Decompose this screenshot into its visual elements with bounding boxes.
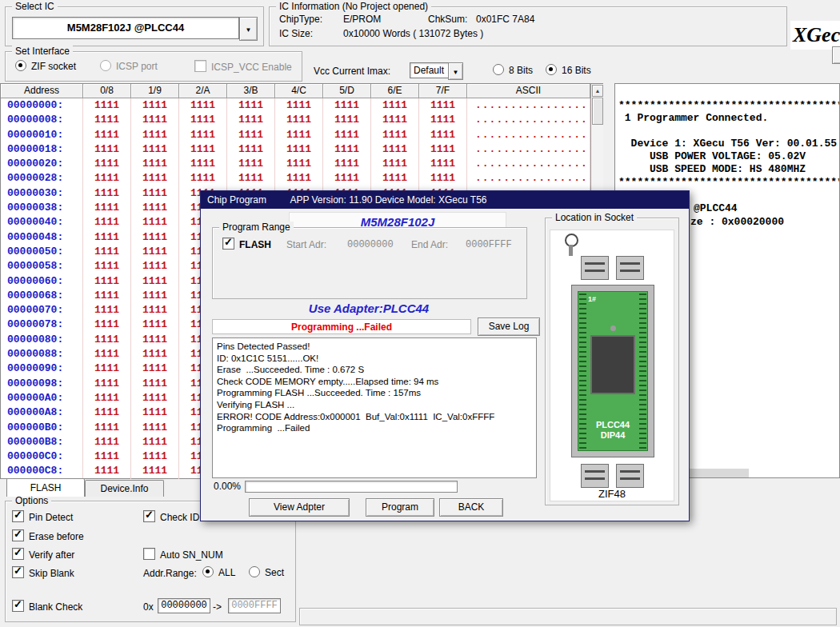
hex-cell[interactable]: 1111 bbox=[419, 98, 467, 113]
hex-cell[interactable]: 1111 bbox=[131, 317, 179, 332]
view-adapter-button[interactable]: View Adpter bbox=[249, 498, 350, 517]
hex-cell[interactable]: 1111 bbox=[131, 230, 179, 245]
range-from-input[interactable]: 00000000 bbox=[158, 598, 210, 613]
radio-addr-all[interactable]: ALL bbox=[202, 566, 235, 578]
hex-cell[interactable]: 1111 bbox=[131, 274, 179, 289]
hex-cell[interactable]: 1111 bbox=[83, 317, 131, 332]
tab-flash[interactable]: FLASH bbox=[6, 478, 85, 497]
hex-cell[interactable]: 1111 bbox=[371, 98, 419, 113]
radio-8-bits[interactable]: 8 Bits bbox=[493, 64, 533, 76]
hex-cell[interactable]: 1111 bbox=[83, 128, 131, 142]
hex-cell[interactable]: 1111 bbox=[83, 259, 131, 274]
hex-cell[interactable]: 1111 bbox=[323, 128, 371, 142]
scroll-up-icon[interactable]: ▲ bbox=[592, 85, 603, 97]
hex-cell[interactable]: 1111 bbox=[371, 113, 419, 127]
hex-cell[interactable]: 1111 bbox=[131, 128, 179, 142]
hex-cell[interactable]: 1111 bbox=[131, 215, 179, 230]
hex-cell[interactable]: 1111 bbox=[227, 98, 275, 113]
hex-cell[interactable]: 1111 bbox=[371, 128, 419, 142]
tab-device-info[interactable]: Device.Info bbox=[85, 480, 164, 497]
hex-cell[interactable]: 1111 bbox=[275, 142, 323, 157]
hex-cell[interactable]: 1111 bbox=[83, 245, 131, 259]
checkbox-check-id[interactable]: Check ID bbox=[143, 510, 199, 523]
hex-cell[interactable]: 1111 bbox=[83, 435, 131, 449]
hex-cell[interactable]: 1111 bbox=[83, 230, 131, 245]
hex-cell[interactable]: 1111 bbox=[131, 142, 179, 157]
hex-cell[interactable]: 1111 bbox=[83, 303, 131, 317]
hex-cell[interactable]: 1111 bbox=[275, 157, 323, 171]
hex-cell[interactable]: 1111 bbox=[323, 171, 371, 186]
hex-cell[interactable]: 1111 bbox=[419, 113, 467, 127]
hex-cell[interactable]: 1111 bbox=[83, 215, 131, 230]
ic-select-combo[interactable]: M5M28F102J @PLCC44 bbox=[12, 17, 239, 39]
hex-cell[interactable]: 1111 bbox=[131, 361, 179, 376]
checkbox-auto-sn-num[interactable]: Auto SN_NUM bbox=[143, 548, 223, 561]
hex-cell[interactable]: 1111 bbox=[131, 201, 179, 215]
hex-cell[interactable]: 1111 bbox=[83, 186, 131, 201]
hex-cell[interactable]: 1111 bbox=[83, 289, 131, 303]
hex-ascii[interactable]: ................ bbox=[467, 113, 590, 127]
vcc-imax-dropdown-button[interactable]: ▼ bbox=[448, 62, 463, 80]
hex-cell[interactable]: 1111 bbox=[83, 421, 131, 435]
hex-cell[interactable]: 1111 bbox=[227, 142, 275, 157]
hex-ascii[interactable]: ................ bbox=[467, 98, 590, 113]
hex-cell[interactable]: 1111 bbox=[131, 347, 179, 361]
dialog-titlebar[interactable]: Chip Program APP Version: 11.90 Device M… bbox=[201, 191, 689, 209]
hex-cell[interactable]: 1111 bbox=[83, 157, 131, 171]
hex-cell[interactable]: 1111 bbox=[227, 113, 275, 127]
radio-16-bits[interactable]: 16 Bits bbox=[546, 64, 591, 76]
hex-cell[interactable]: 1111 bbox=[131, 171, 179, 186]
hex-cell[interactable]: 1111 bbox=[179, 128, 227, 142]
hex-cell[interactable]: 1111 bbox=[131, 259, 179, 274]
hex-cell[interactable]: 1111 bbox=[83, 347, 131, 361]
hex-ascii[interactable]: ................ bbox=[467, 157, 590, 171]
hex-cell[interactable]: 1111 bbox=[323, 113, 371, 127]
hex-cell[interactable]: 1111 bbox=[131, 377, 179, 391]
hex-cell[interactable]: 1111 bbox=[131, 303, 179, 317]
hex-cell[interactable]: 1111 bbox=[179, 113, 227, 127]
hex-cell[interactable]: 1111 bbox=[227, 171, 275, 186]
hex-cell[interactable]: 1111 bbox=[371, 157, 419, 171]
hex-cell[interactable]: 1111 bbox=[83, 98, 131, 113]
hex-ascii[interactable]: ................ bbox=[467, 128, 590, 142]
hex-cell[interactable]: 1111 bbox=[83, 201, 131, 215]
checkbox-verify-after[interactable]: Verify after bbox=[12, 548, 74, 561]
hex-cell[interactable]: 1111 bbox=[83, 142, 131, 157]
hex-cell[interactable]: 1111 bbox=[131, 449, 179, 464]
hex-cell[interactable]: 1111 bbox=[275, 128, 323, 142]
hex-cell[interactable]: 1111 bbox=[227, 157, 275, 171]
hex-cell[interactable]: 1111 bbox=[83, 333, 131, 347]
hex-cell[interactable]: 1111 bbox=[83, 113, 131, 127]
hex-cell[interactable]: 1111 bbox=[131, 435, 179, 449]
save-log-button[interactable]: Save Log bbox=[478, 317, 540, 336]
hex-cell[interactable]: 1111 bbox=[179, 157, 227, 171]
hex-cell[interactable]: 1111 bbox=[131, 113, 179, 127]
program-button[interactable]: Program bbox=[366, 498, 434, 517]
hex-cell[interactable]: 1111 bbox=[83, 405, 131, 420]
hex-cell[interactable]: 1111 bbox=[179, 142, 227, 157]
hex-cell[interactable]: 1111 bbox=[83, 377, 131, 391]
hex-cell[interactable]: 1111 bbox=[131, 391, 179, 405]
hex-cell[interactable]: 1111 bbox=[131, 405, 179, 420]
hex-cell[interactable]: 1111 bbox=[323, 157, 371, 171]
back-button[interactable]: BACK bbox=[439, 498, 503, 517]
checkbox-pin-detect[interactable]: Pin Detect bbox=[12, 510, 73, 523]
hex-cell[interactable]: 1111 bbox=[83, 464, 131, 478]
hex-cell[interactable]: 1111 bbox=[419, 157, 467, 171]
hex-cell[interactable]: 1111 bbox=[131, 289, 179, 303]
vcc-imax-select[interactable]: Default bbox=[410, 62, 453, 78]
hex-cell[interactable]: 1111 bbox=[323, 142, 371, 157]
checkbox-skip-blank[interactable]: Skip Blank bbox=[12, 566, 74, 579]
hex-cell[interactable]: 1111 bbox=[131, 421, 179, 435]
hex-cell[interactable]: 1111 bbox=[131, 157, 179, 171]
hex-cell[interactable]: 1111 bbox=[227, 128, 275, 142]
hex-cell[interactable]: 1111 bbox=[179, 98, 227, 113]
hex-cell[interactable]: 1111 bbox=[131, 464, 179, 478]
hex-cell[interactable]: 1111 bbox=[371, 142, 419, 157]
hex-cell[interactable]: 1111 bbox=[179, 171, 227, 186]
hex-cell[interactable]: 1111 bbox=[275, 171, 323, 186]
hex-ascii[interactable]: ................ bbox=[467, 171, 590, 186]
hex-cell[interactable]: 1111 bbox=[131, 245, 179, 259]
hex-cell[interactable]: 1111 bbox=[419, 142, 467, 157]
radio-addr-sect[interactable]: Sect bbox=[249, 566, 284, 578]
